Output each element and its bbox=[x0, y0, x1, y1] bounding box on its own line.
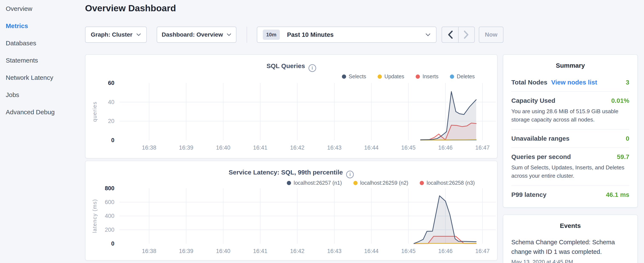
summary-label: Queries per second bbox=[511, 153, 571, 160]
sql-queries-plot[interactable]: 16:3816:3916:4016:4116:4216:4316:4416:45… bbox=[86, 55, 497, 158]
sidebar-item-databases[interactable]: Databases bbox=[0, 35, 85, 52]
svg-text:16:47: 16:47 bbox=[475, 248, 490, 254]
dashboard-dropdown-label: Dashboard: Overview bbox=[162, 31, 223, 38]
svg-text:16:42: 16:42 bbox=[290, 248, 304, 254]
sidebar-item-statements[interactable]: Statements bbox=[0, 52, 85, 69]
chevron-right-icon bbox=[464, 30, 469, 39]
svg-text:16:43: 16:43 bbox=[327, 144, 342, 151]
svg-text:16:40: 16:40 bbox=[216, 144, 230, 151]
svg-text:16:46: 16:46 bbox=[438, 144, 453, 151]
time-next-button[interactable] bbox=[458, 27, 474, 42]
svg-text:16:41: 16:41 bbox=[253, 144, 268, 151]
app-screen: Overview Metrics Databases Statements Ne… bbox=[0, 0, 644, 263]
svg-text:16:44: 16:44 bbox=[364, 144, 379, 151]
svg-text:16:38: 16:38 bbox=[142, 248, 156, 254]
graph-dropdown[interactable]: Graph: Cluster bbox=[85, 27, 147, 43]
time-range-dropdown[interactable]: 10m Past 10 Minutes bbox=[257, 27, 436, 43]
svg-text:16:45: 16:45 bbox=[401, 144, 416, 151]
summary-label: Unavailable ranges bbox=[511, 135, 569, 142]
chevron-down-icon bbox=[136, 33, 141, 36]
summary-row-queries-per-second: Queries per second 59.7 Sum of Selects, … bbox=[511, 148, 629, 186]
svg-text:queries: queries bbox=[92, 102, 98, 122]
page-title: Overview Dashboard bbox=[85, 3, 176, 14]
svg-text:16:45: 16:45 bbox=[401, 248, 416, 254]
summary-row-total-nodes: Total Nodes View nodes list 3 bbox=[511, 73, 629, 92]
svg-text:16:42: 16:42 bbox=[290, 144, 304, 151]
summary-value: 0.01% bbox=[611, 97, 629, 104]
summary-label: Capacity Used bbox=[511, 97, 555, 104]
svg-text:16:38: 16:38 bbox=[142, 144, 156, 151]
view-nodes-list-link[interactable]: View nodes list bbox=[551, 79, 597, 86]
time-window-label: Past 10 Minutes bbox=[287, 31, 334, 38]
svg-text:16:43: 16:43 bbox=[327, 248, 342, 254]
svg-text:400: 400 bbox=[105, 213, 114, 219]
sql-queries-chart-card: SQL Queriesi SelectsUpdatesInsertsDelete… bbox=[85, 54, 498, 158]
chevron-left-icon bbox=[447, 30, 453, 39]
time-nav-group bbox=[442, 27, 475, 43]
svg-text:0: 0 bbox=[111, 137, 114, 143]
svg-text:0: 0 bbox=[111, 240, 114, 247]
event-list-item[interactable]: Schema Change Completed: Schema change w… bbox=[511, 237, 629, 263]
sidebar-item-overview[interactable]: Overview bbox=[0, 0, 85, 17]
service-latency-plot[interactable]: 16:3816:3916:4016:4116:4216:4316:4416:45… bbox=[86, 161, 497, 260]
sidebar-item-network-latency[interactable]: Network Latency bbox=[0, 69, 85, 86]
controls-bar: Graph: Cluster Dashboard: Overview 10m P… bbox=[85, 27, 504, 43]
svg-text:600: 600 bbox=[105, 199, 114, 205]
svg-text:16:39: 16:39 bbox=[179, 248, 194, 254]
controls-divider bbox=[247, 27, 247, 43]
sidebar-item-advanced-debug[interactable]: Advanced Debug bbox=[0, 103, 85, 121]
sidebar-item-jobs[interactable]: Jobs bbox=[0, 86, 85, 103]
events-panel: Events Schema Change Completed: Schema c… bbox=[503, 214, 638, 263]
time-prev-button[interactable] bbox=[442, 27, 458, 42]
dashboard-dropdown[interactable]: Dashboard: Overview bbox=[157, 27, 236, 43]
now-button[interactable]: Now bbox=[479, 27, 504, 43]
time-window-badge: 10m bbox=[263, 30, 280, 40]
sidebar-item-metrics[interactable]: Metrics bbox=[0, 17, 85, 35]
svg-text:16:44: 16:44 bbox=[364, 248, 379, 254]
summary-row-p99-latency: P99 latency 46.1 ms bbox=[511, 186, 629, 204]
svg-text:20: 20 bbox=[108, 118, 114, 124]
svg-text:latency (ms): latency (ms) bbox=[92, 199, 98, 233]
sidebar: Overview Metrics Databases Statements Ne… bbox=[0, 0, 85, 263]
summary-panel: Summary Total Nodes View nodes list 3 Ca… bbox=[503, 54, 638, 208]
event-text: Schema Change Completed: Schema change w… bbox=[511, 237, 629, 256]
chevron-down-icon bbox=[426, 33, 430, 36]
summary-value: 59.7 bbox=[617, 153, 629, 160]
graph-dropdown-label: Graph: Cluster bbox=[91, 31, 132, 38]
svg-text:200: 200 bbox=[105, 227, 114, 233]
summary-desc: Sum of Selects, Updates, Inserts, and De… bbox=[511, 163, 629, 180]
summary-row-capacity-used: Capacity Used 0.01% You are using 28.6 M… bbox=[511, 92, 629, 130]
events-title: Events bbox=[511, 222, 629, 229]
svg-text:16:47: 16:47 bbox=[475, 144, 490, 151]
summary-label: P99 latency bbox=[511, 191, 546, 198]
chevron-down-icon bbox=[227, 33, 231, 36]
summary-label: Total Nodes bbox=[511, 79, 547, 86]
event-timestamp: May 13, 2020 at 4:45 PM bbox=[511, 259, 629, 263]
svg-text:16:40: 16:40 bbox=[216, 248, 230, 254]
summary-value: 0 bbox=[626, 135, 629, 142]
svg-text:16:39: 16:39 bbox=[179, 144, 194, 151]
svg-text:800: 800 bbox=[105, 185, 114, 191]
summary-desc: You are using 28.6 MiB of 515.9 GiB usab… bbox=[511, 107, 629, 124]
summary-value: 3 bbox=[626, 79, 629, 86]
summary-title: Summary bbox=[511, 62, 629, 69]
svg-text:16:46: 16:46 bbox=[438, 248, 453, 254]
svg-text:16:41: 16:41 bbox=[253, 248, 268, 254]
service-latency-chart-card: Service Latency: SQL, 99th percentilei l… bbox=[85, 161, 498, 261]
summary-value: 46.1 ms bbox=[606, 191, 629, 198]
svg-text:60: 60 bbox=[108, 80, 114, 86]
summary-row-unavailable-ranges: Unavailable ranges 0 bbox=[511, 130, 629, 148]
svg-text:40: 40 bbox=[108, 99, 114, 105]
